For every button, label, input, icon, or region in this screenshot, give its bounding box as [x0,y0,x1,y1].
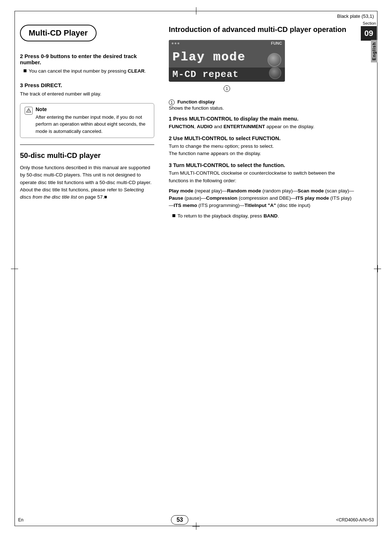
footer-page: 53 [171,515,188,525]
disc-body: Only those functions described in this m… [20,164,154,201]
circle-marker: 1 [224,85,230,92]
note-box: Note After entering the number input mod… [20,103,154,138]
section-divider [20,145,154,145]
disc-heading: 50-disc multi-CD player [20,151,154,160]
display-bottom-bar: M-CD repeat [169,68,285,81]
section-number: 09 [361,26,377,41]
note-text: After entering the number input mode, if… [36,114,150,135]
left-column: Multi-CD Player 2 Press 0-9 buttons to e… [20,21,162,517]
image-caption: 1 Function display Shows the function st… [169,99,356,111]
section-tab: Section 09 [360,21,377,41]
display-play-mode-text: Play mode [172,50,246,64]
page-header: Black plate (53,1) [15,11,377,21]
display-dots [172,42,179,44]
right-step3-body1: Turn MULTI-CONTROL clockwise or counterc… [169,170,356,184]
display-top-bar: FUNC [169,40,285,46]
right-step3-heading: 3 Turn MULTI-CONTROL to select the funct… [169,162,356,168]
right-step1-heading: 1 Press MULTI-CONTROL to display the mai… [169,116,356,122]
caption-bold: Function display [177,99,215,105]
step3-heading: 3 Press DIRECT. [20,82,154,88]
bullet-band-text: To return to the playback display, press… [177,212,279,220]
display-dot [172,42,173,44]
step3-body: The track of entered number will play. [20,90,154,98]
display-knob-right [268,53,281,67]
display-image: FUNC Play mode M-CD repeat [169,40,285,82]
page-footer: En 53 <CRD4060-A/N>53 [15,514,377,526]
english-tab-text: English [372,42,377,60]
step2-heading: 2 Press 0-9 buttons to enter the desired… [20,53,154,65]
right-column: Introduction of advanced multi-CD player… [162,21,356,517]
crosshair-right [374,265,381,272]
display-func-label: FUNC [271,41,282,45]
title-box: Multi-CD Player [20,25,97,41]
display-mcd-repeat-text: M-CD repeat [172,69,239,80]
display-dot [177,42,179,44]
display-main-area: Play mode [169,46,285,68]
crosshair-left [11,265,18,272]
circle-num: 1 [224,85,230,92]
svg-point-1 [28,111,29,112]
english-tab: English [371,40,377,62]
bullet-band: To return to the playback display, press… [172,212,356,223]
right-step1-body: FUNCTION, AUDIO and ENTERTAINMENT appear… [169,123,356,130]
step2-bullet: You can cancel the input number by press… [24,68,154,78]
note-icon [25,107,33,115]
footer-en: En [18,517,24,522]
main-content: Multi-CD Player 2 Press 0-9 buttons to e… [20,21,356,517]
intro-heading: Introduction of advanced multi-CD player… [169,25,356,34]
page-number: 53 [171,515,188,525]
header-right: Black plate (53,1) [337,13,374,19]
title-box-text: Multi-CD Player [29,28,88,37]
right-step3-order: Play mode (repeat play)—Random mode (ran… [169,187,356,209]
footer-code: <CRD4060-A/N>53 [336,517,374,522]
note-title: Note [36,106,150,112]
display-dot [175,42,176,44]
step2-bullet-text: You can cancel the input number by press… [29,68,146,75]
display-knob2 [269,67,281,79]
caption-body: Shows the function status. [169,105,224,111]
note-content: Note After entering the number input mod… [36,106,150,135]
section-label: Section [360,21,377,25]
caption-num: 1 [169,99,175,105]
right-step2-body: Turn to change the menu option; press to… [169,143,356,158]
bullet-icon [24,69,26,72]
right-step2-heading: 2 Use MULTI-CONTROL to select FUNCTION. [169,135,356,141]
bullet-band-icon [172,214,175,217]
